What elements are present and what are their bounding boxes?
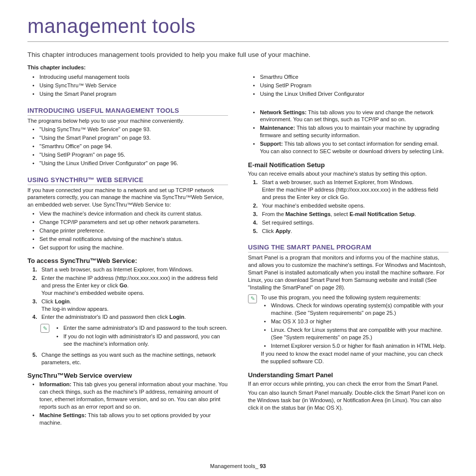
email-steps: Start a web browser, such as Internet Ex… bbox=[248, 179, 449, 235]
step-item: Set required settings. bbox=[255, 219, 449, 227]
note-body: To use this program, you need the follow… bbox=[261, 294, 449, 366]
list-item: Support: This tab allows you to set cont… bbox=[255, 140, 449, 155]
list-item: Information: This tab gives you general … bbox=[34, 381, 228, 410]
bold-text: Go bbox=[120, 282, 127, 288]
step-item: Click Login. The log-in window appears. bbox=[34, 298, 228, 313]
list-item: View the machine's device information an… bbox=[34, 210, 228, 218]
toc-item: Using SyncThru™ Web Service bbox=[34, 82, 228, 89]
toc-item: Using the Smart Panel program bbox=[34, 90, 228, 98]
subheading-overview: SyncThru™Web Service overview bbox=[27, 372, 228, 379]
footer-label: Management tools bbox=[210, 463, 255, 469]
access-steps-cont: Change the settings as you want such as … bbox=[27, 351, 228, 366]
item-text: This tab allows you to set contact infor… bbox=[260, 141, 444, 154]
page-footer: Management tools_ 93 bbox=[0, 463, 476, 469]
content-columns: Introducing useful management tools Usin… bbox=[27, 72, 449, 428]
section-lead: The programs below help you to use your … bbox=[27, 117, 228, 125]
bold-text: Machine Settings bbox=[285, 211, 330, 217]
list-item: Get support for using the machine. bbox=[34, 244, 228, 251]
step-item: Enter the machine IP address (http://xxx… bbox=[34, 274, 228, 297]
bold-text: Machine Settings: bbox=[39, 412, 86, 418]
step-text: Click bbox=[41, 298, 55, 304]
step-item: Change the settings as you want such as … bbox=[34, 351, 228, 366]
overview-list: Information: This tab gives you general … bbox=[27, 381, 228, 426]
bold-text: E-mail Notification Setup bbox=[349, 211, 414, 217]
toc-right: Smarthru Office Using SetIP Program Usin… bbox=[248, 73, 449, 98]
list-item: Maintenance: This tab allows you to main… bbox=[255, 124, 449, 139]
footer-sep: _ bbox=[255, 463, 260, 469]
step-text: , select bbox=[331, 211, 350, 217]
bold-text: Apply bbox=[275, 228, 291, 234]
step-text: . bbox=[415, 211, 416, 217]
list-item: "Using the Linux Unified Driver Configur… bbox=[34, 160, 228, 167]
toc-item: Using the Linux Unified Driver Configura… bbox=[255, 90, 449, 98]
step-item: Start a web browser, such as Internet Ex… bbox=[255, 179, 449, 201]
step-item: Your machine's embedded website opens. bbox=[255, 202, 449, 210]
bold-text: Login bbox=[55, 298, 70, 304]
note-body: Enter the same administrator's ID and pa… bbox=[53, 323, 228, 349]
list-item: "Using SetIP Program" on page 95. bbox=[34, 151, 228, 159]
toc-item: Using SetIP Program bbox=[255, 82, 449, 89]
list-item: Change printer preference. bbox=[34, 227, 228, 235]
list-item: "Using SyncThru™ Web Service" on page 93… bbox=[34, 126, 228, 133]
page-number: 93 bbox=[260, 463, 266, 469]
step-text: . bbox=[70, 298, 71, 304]
step-after: The log-in window appears. bbox=[41, 305, 228, 313]
list-item: "Using the Smart Panel program" on page … bbox=[34, 134, 228, 142]
title-rule bbox=[27, 41, 449, 42]
note-block: ✎ To use this program, you need the foll… bbox=[248, 294, 449, 366]
subheading-access-syncthru: To access SyncThru™Web Service: bbox=[27, 257, 228, 264]
step-item: Start a web browser, such as Internet Ex… bbox=[34, 266, 228, 273]
page-title: management tools bbox=[27, 15, 449, 37]
bold-text: Information: bbox=[39, 381, 71, 387]
bold-text: Maintenance: bbox=[260, 125, 295, 131]
step-text: . bbox=[290, 228, 292, 234]
section-lead: Smart Panel is a program that monitors a… bbox=[248, 254, 449, 291]
list-item: Set the email notifications advising of … bbox=[34, 236, 228, 243]
subheading-understanding-smart-panel: Understanding Smart Panel bbox=[248, 371, 449, 379]
toc-left: Introducing useful management tools Usin… bbox=[27, 73, 228, 98]
bold-text: Support: bbox=[260, 141, 283, 147]
overview-list-cont: Network Settings: This tab allows you to… bbox=[248, 109, 449, 155]
paragraph: If an error occurs while printing, you c… bbox=[248, 380, 449, 388]
step-text: Enter the administrator's ID and passwor… bbox=[41, 314, 169, 320]
note-item: Windows. Check for windows operating sys… bbox=[266, 302, 449, 317]
list-item: "Smarthru Office" on page 94. bbox=[34, 143, 228, 150]
includes-label: This chapter includes: bbox=[27, 64, 449, 70]
step-item: Enter the administrator's ID and passwor… bbox=[34, 313, 228, 321]
subheading-email-notification: E-mail Notification Setup bbox=[248, 161, 449, 169]
step-after: Enter the machine IP address (http://xxx… bbox=[262, 186, 449, 201]
section-heading-syncthru: USING SYNCTHRU™ WEB SERVICE bbox=[27, 176, 228, 185]
list-item: Network Settings: This tab allows you to… bbox=[255, 109, 449, 124]
note-lead: To use this program, you need the follow… bbox=[261, 294, 449, 301]
note-item: Linux. Check for Linux systems that are … bbox=[266, 326, 449, 341]
step-text: From the bbox=[262, 211, 285, 217]
section-heading-smart-panel: USING THE SMART PANEL PROGRAM bbox=[248, 243, 449, 252]
note-icon: ✎ bbox=[40, 324, 49, 333]
paragraph: You can also launch Smart Panel manually… bbox=[248, 389, 449, 412]
syncthru-features: View the machine's device information an… bbox=[27, 210, 228, 251]
step-item: Click Apply. bbox=[255, 228, 449, 235]
access-steps: Start a web browser, such as Internet Ex… bbox=[27, 266, 228, 321]
note-item: Enter the same administrator's ID and pa… bbox=[58, 324, 228, 332]
step-item: From the Machine Settings, select E-mail… bbox=[255, 211, 449, 218]
left-column: Introducing useful management tools Usin… bbox=[27, 72, 228, 428]
intro-tools-list: "Using SyncThru™ Web Service" on page 93… bbox=[27, 126, 228, 167]
step-text: Click bbox=[262, 228, 275, 234]
list-item: Machine Settings: This tab allows you to… bbox=[34, 412, 228, 427]
toc-item: Smarthru Office bbox=[255, 73, 449, 81]
step-text: Start a web browser, such as Internet Ex… bbox=[262, 179, 414, 185]
section-lead: If you have connected your machine to a … bbox=[27, 187, 228, 209]
note-item: Mac OS X 10.3 or higher bbox=[266, 318, 449, 325]
email-lead: You can receive emails about your machin… bbox=[248, 170, 449, 178]
chapter-intro: This chapter introduces management tools… bbox=[27, 51, 449, 58]
bold-text: Login bbox=[169, 314, 184, 320]
note-item: Internet Explorer version 5.0 or higher … bbox=[266, 342, 449, 350]
bold-text: Network Settings: bbox=[260, 109, 307, 115]
toc-item: Introducing useful management tools bbox=[34, 73, 228, 81]
note-tail: If you need to know the exact model name… bbox=[261, 350, 449, 365]
note-item: If you do not login with administrator's… bbox=[58, 333, 228, 348]
step-text: . bbox=[184, 314, 186, 320]
note-icon: ✎ bbox=[248, 294, 257, 303]
step-text: . bbox=[127, 282, 129, 288]
section-heading-intro-tools: INTRODUCING USEFUL MANAGEMENT TOOLS bbox=[27, 107, 228, 116]
